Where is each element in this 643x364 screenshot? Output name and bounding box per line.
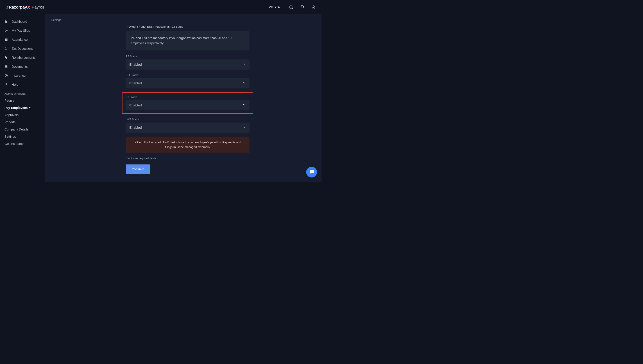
content: Settings Provident Fund, ESI, Profession… [45,14,322,182]
svg-point-5 [6,57,6,57]
plus-minus-icon [5,47,8,50]
logo[interactable]: ⫽RazorpayX Payroll [6,5,44,10]
field-label: ESI Status [126,74,249,77]
sidebar-item-tax[interactable]: Tax Deductions [0,44,45,53]
document-icon [5,65,8,68]
admin-item-label: Pay Employees [5,106,28,110]
sidebar-item-label: Dashboard [12,20,27,24]
pt-status-select[interactable]: Enabled [126,100,249,110]
select-value: Enabled [129,82,142,85]
admin-item-approvals[interactable]: Approvals [0,111,45,118]
svg-rect-2 [6,20,7,23]
select-value: Enabled [129,103,142,107]
sidebar-item-label: Help [12,83,18,86]
field-label: PF Status [126,55,249,58]
field-lwf-status: LWF Status Enabled [126,118,249,133]
svg-rect-7 [5,68,7,68]
sidebar-item-label: Attendance [12,38,28,42]
info-box: PF and ESI are mandatory if your organiz… [126,31,249,50]
svg-point-0 [289,6,292,8]
logo-mark: ⫽RazorpayX [6,5,30,10]
sidebar-item-help[interactable]: Help [0,80,45,89]
sidebar-item-label: Insurance [12,74,26,78]
admin-item-settings[interactable]: Settings [0,133,45,140]
field-pf-status: PF Status Enabled [126,55,249,70]
calendar-check-icon [5,38,8,42]
warning-box: XPayroll will only add LWF deductions to… [126,136,249,153]
header: ⫽RazorpayX Payroll We ♥ A [0,0,322,14]
breadcrumb[interactable]: Settings [51,18,315,22]
sidebar-item-label: Reimbursements [12,56,36,60]
sidebar-item-dashboard[interactable]: Dashboard [0,17,45,26]
chat-icon [309,169,314,175]
chevron-down-icon [243,62,246,66]
tag-icon [5,56,8,60]
field-pt-status: PT Status Enabled [122,92,253,114]
section-title: Provident Fund, ESI, Professional Tax Se… [126,25,249,28]
admin-options-label: ADMIN OPTIONS [0,89,45,97]
chevron-down-icon [243,81,246,85]
lwf-status-select[interactable]: Enabled [126,122,249,133]
logo-product: Payroll [32,5,44,10]
heart-icon: ♥ [275,6,276,9]
sidebar-item-documents[interactable]: Documents [0,62,45,71]
required-note: * Indicates required fields [126,157,249,160]
admin-item-get-insurance[interactable]: Get Insurance [0,140,45,147]
sidebar: Dashboard My Pay Slips Attendance Tax De… [0,14,45,182]
sidebar-item-reimbursements[interactable]: Reimbursements [0,53,45,62]
select-value: Enabled [129,126,142,130]
select-value: Enabled [129,62,142,66]
user-icon[interactable] [311,5,316,10]
sidebar-item-insurance[interactable]: Insurance [0,71,45,80]
pf-status-select[interactable]: Enabled [126,60,249,70]
sidebar-item-payslips[interactable]: My Pay Slips [0,26,45,35]
chat-button[interactable] [306,167,317,178]
header-tagline: We ♥ A [269,6,280,9]
chevron-down-icon [243,126,246,130]
svg-rect-4 [5,38,8,41]
chevron-down-icon [243,103,246,107]
admin-item-pay-employees[interactable]: Pay Employees [0,104,45,111]
bell-icon[interactable] [300,5,305,10]
field-esi-status: ESI Status Enabled [126,74,249,88]
field-label: LWF Status [126,118,249,121]
esi-status-select[interactable]: Enabled [126,78,249,88]
sidebar-item-label: Tax Deductions [12,47,33,50]
continue-button[interactable]: Continue [126,164,150,174]
admin-item-company-details[interactable]: Company Details [0,126,45,133]
admin-item-reports[interactable]: Reports [0,118,45,126]
admin-item-people[interactable]: People [0,97,45,104]
field-label: PT Status [126,96,249,98]
sidebar-item-label: Documents [12,65,28,68]
clipboard-icon [5,20,8,24]
question-icon [5,83,8,86]
sidebar-item-label: My Pay Slips [12,29,30,32]
svg-rect-3 [6,20,7,21]
shield-plus-icon [5,74,8,78]
sidebar-item-attendance[interactable]: Attendance [0,35,45,44]
search-icon[interactable] [289,5,293,10]
svg-point-1 [313,6,314,7]
chevron-down-icon [29,106,31,110]
send-icon [5,29,8,32]
